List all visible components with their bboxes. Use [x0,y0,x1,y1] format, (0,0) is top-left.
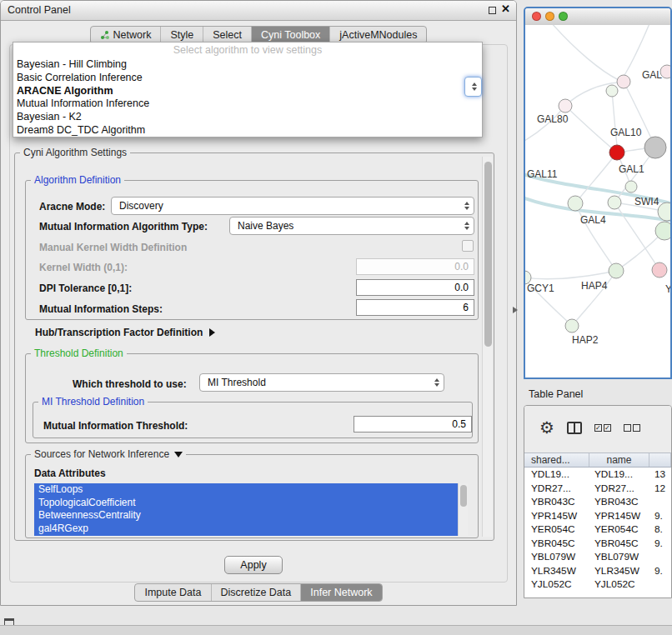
network-node-label: GAL1 [619,163,644,175]
sources-section-toggle[interactable]: Sources for Network Inference [31,448,186,460]
attribute-item[interactable]: SelfLoops [34,483,458,497]
control-panel-titlebar[interactable]: Control Panel ✕ [1,1,516,21]
table-cell: YER054C [589,522,649,537]
table-row[interactable]: YBR043CYBR043C [524,495,671,509]
table-cell [649,495,671,509]
network-node-label: GAL4 [580,214,606,226]
table-cell [649,550,671,564]
algorithm-combobox-button[interactable] [464,77,482,97]
table-cell: 9. [649,509,671,523]
network-node-label: GAL80 [537,113,569,125]
table-cell: 9. [649,564,671,578]
table-row[interactable]: YDL19...YDL19...13 [524,468,671,482]
table-cell: YBR045C [589,537,649,551]
algorithm-option[interactable]: Mutual Information Inference [13,98,482,111]
apply-button[interactable]: Apply [224,556,283,574]
network-node[interactable] [617,75,630,88]
algorithm-popup-placeholder: Select algorithm to view settings [13,42,482,58]
network-node[interactable] [644,137,666,158]
tab-jactivemnodules[interactable]: jActiveMNodules [329,27,426,43]
attribute-item[interactable]: gal4RGexp [34,522,458,536]
settings-legend: Cyni Algorithm Settings [20,147,130,158]
tab-network[interactable]: Network [91,27,161,43]
table-row[interactable]: YDR27...YDR27...12 [524,482,671,496]
deselect-all-icon[interactable] [624,424,640,432]
network-node[interactable] [565,319,579,332]
tab-style[interactable]: Style [160,27,203,43]
tab-select[interactable]: Select [203,27,251,43]
mi-type-select[interactable]: Naive Bayes [229,217,474,235]
which-threshold-select[interactable]: MI Threshold [199,373,444,392]
gear-icon[interactable]: ⚙ [539,419,554,436]
table-cell: YLR345W [589,564,649,578]
mi-type-label: Mutual Information Algorithm Type: [39,221,208,232]
dpi-tolerance-label: DPI Tolerance [0,1]: [39,282,132,294]
network-titlebar[interactable] [525,8,670,26]
column-header-shared[interactable]: shared... [524,453,589,467]
table-cell: YBR045C [524,537,589,551]
panel-splitter-handle[interactable] [513,307,518,313]
attribute-item[interactable]: TopologicalCoefficient [34,497,458,510]
table-header: shared... name [524,452,671,468]
network-node[interactable] [652,262,667,278]
algorithm-option[interactable]: Dream8 DC_TDC Algorithm [13,124,482,138]
tab-discretize-data[interactable]: Discretize Data [211,584,301,601]
table-row[interactable]: YBL079WYBL079W [524,550,671,564]
column-header-extra[interactable] [649,453,671,467]
chevron-right-icon [209,328,215,337]
select-all-icon[interactable]: ✓✓ [594,424,611,432]
network-node[interactable] [608,196,621,209]
network-node[interactable] [609,145,624,160]
close-icon[interactable]: ✕ [501,2,510,15]
table-cell: YPR145W [589,509,649,523]
sources-legend: Sources for Network Inference [34,448,169,460]
network-node[interactable] [625,181,637,192]
table-row[interactable]: YBR045CYBR045C9. [524,537,671,551]
dpi-tolerance-field[interactable]: 0.0 [356,279,474,296]
close-button[interactable] [532,12,541,21]
network-node[interactable] [559,99,572,112]
network-node-label: HAP2 [572,334,599,346]
network-node[interactable] [606,85,618,97]
tab-label: Infer Network [310,587,372,598]
aracne-mode-select[interactable]: Discovery [111,197,474,215]
minimize-button[interactable] [545,12,554,21]
tab-impute-data[interactable]: Impute Data [135,584,210,601]
algorithm-option[interactable]: Bayesian - K2 [13,111,482,124]
algorithm-popup: Select algorithm to view settings Bayesi… [13,42,483,138]
table-row[interactable]: YER054CYER054C8. [524,522,671,537]
table-cell [649,578,671,592]
mi-type-value: Naive Bayes [238,220,293,232]
settings-scrollbar-thumb[interactable] [484,162,492,347]
data-attributes-list: SelfLoopsTopologicalCoefficientBetweenne… [34,483,458,536]
hub-tf-section-toggle[interactable]: Hub/Transcription Factor Definition [35,327,215,338]
table-cell: 12 [649,482,671,496]
network-tab-icon [100,30,110,40]
mi-steps-label: Mutual Information Steps: [39,303,163,315]
column-selector-icon[interactable] [567,422,582,434]
control-panel-window: Control Panel ✕ NetworkStyleSelectCyni T… [0,0,517,606]
network-canvas-svg[interactable]: GALGAL80GAL10GAL11GAL1SWI4GAL4GCY1HAP4HA… [525,25,670,378]
table-body: YDL19...YDL19...13YDR27...YDR27...12YBR0… [524,468,671,598]
table-row[interactable]: YLR345WYLR345W9. [524,564,671,578]
zoom-button[interactable] [559,12,568,21]
algorithm-option[interactable]: Bayesian - Hill Climbing [13,58,482,72]
tab-cyni-toolbox[interactable]: Cyni Toolbox [251,27,329,43]
column-header-name[interactable]: name [589,453,649,467]
algorithm-option[interactable]: ARACNE Algorithm [13,85,482,98]
float-window-icon[interactable] [489,7,496,14]
tab-label: jActiveMNodules [339,29,417,41]
mi-threshold-field[interactable]: 0.5 [354,416,472,432]
tab-infer-network[interactable]: Infer Network [300,584,381,601]
network-node[interactable] [568,196,583,211]
attributes-scrollbar-thumb[interactable] [460,485,467,507]
network-canvas[interactable]: GALGAL80GAL10GAL11GAL1SWI4GAL4GCY1HAP4HA… [525,25,670,378]
network-node[interactable] [609,263,624,278]
attribute-item[interactable]: BetweennessCentrality [34,509,458,522]
network-node[interactable] [655,222,670,240]
table-row[interactable]: YPR145WYPR145W9. [524,509,671,523]
algorithm-option[interactable]: Basic Correlation Inference [13,72,482,85]
mi-steps-field[interactable]: 6 [356,299,474,316]
table-row[interactable]: YJL052CYJL052C [524,578,671,592]
hub-tf-label: Hub/Transcription Factor Definition [35,327,203,338]
